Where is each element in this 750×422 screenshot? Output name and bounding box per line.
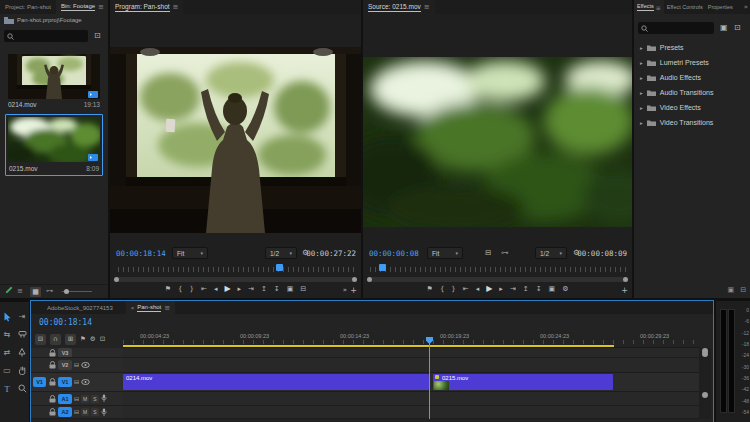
panel-menu-icon[interactable]: ≡ bbox=[424, 3, 430, 11]
ripple-edit-tool[interactable]: ⇆ bbox=[0, 328, 14, 341]
source-timecode[interactable]: 00:00:00:08 bbox=[369, 249, 419, 258]
list-view-icon[interactable]: ≡ bbox=[17, 288, 23, 295]
track-target-v1[interactable]: V1 bbox=[58, 377, 72, 387]
tab-properties[interactable]: Properties bbox=[706, 0, 735, 14]
lock-icon[interactable] bbox=[49, 361, 56, 369]
new-custom-bin-icon[interactable]: ▣ bbox=[727, 287, 734, 294]
source-zoom-select[interactable]: Fit ▾ bbox=[427, 247, 463, 259]
zoom-slider[interactable] bbox=[62, 291, 92, 292]
add-marker-icon[interactable]: ⚑ bbox=[165, 286, 171, 293]
zoom-tool[interactable] bbox=[15, 382, 29, 395]
program-scrub-ruler[interactable] bbox=[116, 265, 355, 272]
export-frame-icon[interactable]: ▣ bbox=[287, 286, 294, 293]
step-forward-icon[interactable]: ▸ bbox=[499, 286, 503, 293]
tab-bin-footage[interactable]: Bin: Footage ≡ bbox=[56, 0, 108, 14]
track-select-forward-tool[interactable]: ⇥ bbox=[15, 310, 29, 323]
tab-effect-controls[interactable]: Effect Controls bbox=[664, 0, 706, 14]
chevron-right-icon[interactable]: ▸ bbox=[640, 105, 643, 111]
mark-out-icon[interactable]: } bbox=[451, 286, 455, 293]
step-back-icon[interactable]: ◂ bbox=[476, 286, 480, 293]
breadcrumb[interactable]: Pan-shot.prproj\Footage bbox=[4, 16, 82, 24]
work-area-bar[interactable] bbox=[123, 345, 614, 347]
hand-tool[interactable] bbox=[15, 364, 29, 377]
track-target-a2[interactable]: A2 bbox=[58, 407, 72, 417]
linked-selection-icon[interactable]: ⊞ bbox=[65, 334, 76, 345]
panel-menu-icon[interactable]: ≡ bbox=[164, 304, 170, 312]
lift-icon[interactable]: ↥ bbox=[261, 286, 267, 293]
insert-icon[interactable]: ↥ bbox=[523, 286, 529, 293]
close-tab-icon[interactable]: × bbox=[131, 305, 135, 311]
extract-icon[interactable]: ↧ bbox=[274, 286, 280, 293]
eye-icon[interactable] bbox=[81, 379, 90, 385]
mic-icon[interactable] bbox=[101, 394, 107, 403]
chevron-right-icon[interactable]: ▸ bbox=[640, 90, 643, 96]
project-search-input[interactable] bbox=[4, 30, 88, 42]
program-scrollbar[interactable] bbox=[114, 277, 357, 282]
transport-overflow-icon[interactable]: » bbox=[343, 287, 347, 294]
freeform-view-icon[interactable]: ⊶ bbox=[46, 288, 53, 295]
effects-item-video-transitions[interactable]: ▸ Video Transitions bbox=[634, 115, 750, 130]
source-scrub-ruler[interactable] bbox=[369, 265, 626, 272]
drag-av-icon[interactable]: ⊶ bbox=[501, 249, 509, 257]
timeline-timecode[interactable]: 00:00:18:14 bbox=[39, 318, 92, 327]
pen-icon[interactable] bbox=[5, 286, 12, 293]
step-back-icon[interactable]: ◂ bbox=[214, 286, 218, 293]
razor-tool[interactable] bbox=[15, 328, 29, 341]
scroll-handle-right[interactable] bbox=[623, 277, 628, 282]
mark-in-icon[interactable]: { bbox=[178, 286, 182, 293]
go-to-in-icon[interactable]: ⇤ bbox=[463, 286, 469, 293]
effects-item-presets[interactable]: ▸ Presets bbox=[634, 40, 750, 55]
bin-clip-0215[interactable]: 0215.mov 8:09 bbox=[5, 114, 103, 176]
effects-search-input[interactable] bbox=[638, 22, 714, 34]
track-target-v3[interactable]: V3 bbox=[58, 348, 72, 358]
export-frame-icon[interactable]: ▣ bbox=[549, 286, 556, 293]
timeline-clip-0214[interactable]: 0214.mov bbox=[123, 374, 429, 390]
source-scrollbar[interactable] bbox=[367, 277, 628, 282]
track-display-icon[interactable]: ⊟ bbox=[74, 396, 79, 402]
program-resolution-select[interactable]: 1/2 ▾ bbox=[265, 247, 297, 259]
captions-icon[interactable]: ⊡ bbox=[100, 336, 105, 343]
zoom-slider-handle[interactable] bbox=[64, 289, 69, 294]
overwrite-icon[interactable]: ↧ bbox=[536, 286, 542, 293]
solo-button[interactable]: S bbox=[91, 395, 99, 403]
tab-program[interactable]: Program: Pan-shot ≡ bbox=[110, 0, 183, 14]
accelerated-effects-icon[interactable]: ▣ bbox=[720, 24, 728, 32]
chevron-right-icon[interactable]: ▸ bbox=[640, 60, 643, 66]
track-target-v2[interactable]: V2 bbox=[58, 360, 72, 370]
source-resolution-select[interactable]: 1/2 ▾ bbox=[535, 247, 567, 259]
comparison-view-icon[interactable]: ⊟ bbox=[300, 286, 306, 293]
lock-icon[interactable] bbox=[49, 349, 56, 357]
program-playhead[interactable] bbox=[276, 264, 283, 271]
timeline-ruler[interactable]: 00:00:04:23 00:00:09:23 00:00:14:23 00:0… bbox=[123, 331, 699, 348]
chevron-right-icon[interactable]: ▸ bbox=[640, 75, 643, 81]
chevron-right-icon[interactable]: ▸ bbox=[640, 45, 643, 51]
effects-item-audio-effects[interactable]: ▸ Audio Effects bbox=[634, 70, 750, 85]
play-icon[interactable]: ▶ bbox=[224, 285, 230, 293]
pen-tool[interactable] bbox=[15, 346, 29, 359]
type-tool[interactable]: T bbox=[0, 382, 14, 395]
button-editor-icon[interactable]: + bbox=[350, 287, 357, 295]
grid-view-icon[interactable]: ▦ bbox=[30, 287, 41, 297]
scroll-handle-left[interactable] bbox=[367, 277, 372, 282]
program-zoom-select[interactable]: Fit ▾ bbox=[172, 247, 208, 259]
scroll-handle-left[interactable] bbox=[114, 277, 119, 282]
timeline-playhead[interactable] bbox=[429, 341, 430, 419]
open-bin-icon[interactable]: ⊡ bbox=[94, 32, 101, 40]
add-marker-icon[interactable]: ⚑ bbox=[80, 336, 86, 343]
eye-icon[interactable] bbox=[81, 362, 90, 368]
step-forward-icon[interactable]: ▸ bbox=[238, 286, 242, 293]
play-icon[interactable]: ▶ bbox=[486, 285, 492, 293]
go-to-in-icon[interactable]: ⇤ bbox=[201, 286, 207, 293]
go-to-out-icon[interactable]: ⇥ bbox=[510, 286, 516, 293]
source-patch-v1[interactable]: V1 bbox=[33, 377, 46, 387]
tab-sequence-pan-shot[interactable]: × Pan-shot ≡ bbox=[126, 301, 175, 314]
timeline-settings-icon[interactable]: ⚙ bbox=[90, 336, 96, 343]
timeline-clip-0215[interactable]: 0215.mov bbox=[433, 374, 613, 390]
slip-tool[interactable]: ⇄ bbox=[0, 346, 14, 359]
display-mode-icon[interactable]: ⊟ bbox=[485, 249, 491, 257]
insert-sequence-icon[interactable]: ⊟ bbox=[35, 334, 46, 345]
chevron-right-icon[interactable]: ▸ bbox=[640, 120, 643, 126]
lock-icon[interactable] bbox=[49, 408, 56, 416]
delete-icon[interactable]: ⊟ bbox=[740, 287, 746, 294]
tab-effects[interactable]: Effects ≡ bbox=[634, 0, 664, 14]
